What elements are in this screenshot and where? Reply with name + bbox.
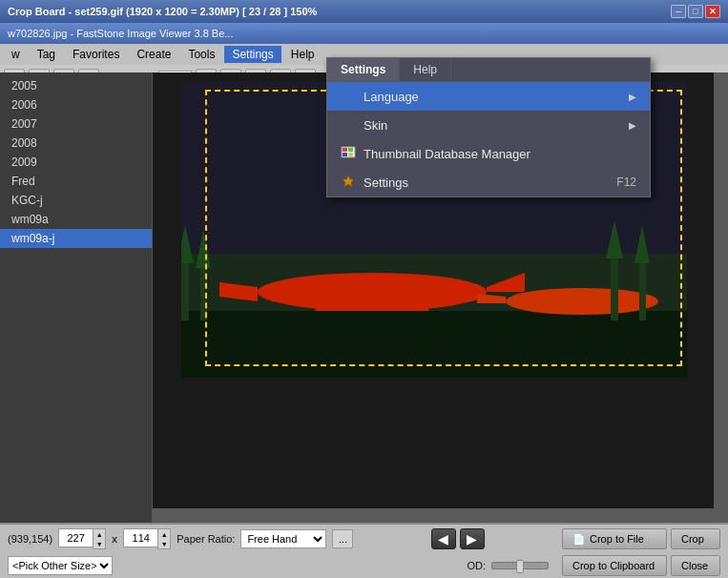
crop-file-icon: 📄 <box>572 533 586 546</box>
bg-app-titlebar: w702826.jpg - FastStone Image Viewer 3.8… <box>0 23 728 44</box>
bg-menu-w[interactable]: w <box>4 46 28 63</box>
paper-ratio-select[interactable]: Free Hand 4:3 16:9 1:1 <box>240 529 326 548</box>
od-slider[interactable] <box>491 562 549 569</box>
folder-list: 2005 2006 2007 2008 2009 Fred KGC-j wm09… <box>0 72 152 252</box>
skin-arrow: ▶ <box>629 120 636 131</box>
image-area: w702826.jpg - FastStone Image Viewer 3.8… <box>0 23 728 523</box>
bg-menu-tools[interactable]: Tools <box>180 46 222 63</box>
prev-image-button[interactable]: ◀ <box>431 528 456 549</box>
crop-to-clipboard-label: Crop to Clipboard <box>572 560 655 571</box>
main-area: w702826.jpg - FastStone Image Viewer 3.8… <box>0 23 728 578</box>
folder-item-2005[interactable]: 2005 <box>0 76 152 95</box>
scrollbar-vertical[interactable] <box>714 72 728 523</box>
close-label: Close <box>681 560 708 571</box>
menu-item-thumbnail-db[interactable]: Thumbnail Database Manager <box>327 139 650 168</box>
more-options-button[interactable]: … <box>332 529 353 548</box>
bg-app-title: w702826.jpg - FastStone Image Viewer 3.8… <box>8 28 233 39</box>
width-spinbox: ▲ ▼ <box>58 528 106 549</box>
bottom-row-2: <Pick Other Size> OD: Crop to Clipboard … <box>0 553 728 578</box>
width-up-arrow[interactable]: ▲ <box>94 529 105 539</box>
height-down-arrow[interactable]: ▼ <box>158 539 170 548</box>
settings-label: Settings <box>364 175 408 190</box>
dropdown-tabs: Settings Help <box>327 58 650 82</box>
skin-label: Skin <box>364 118 387 133</box>
folder-item-wm09a[interactable]: wm09a <box>0 210 152 229</box>
tab-settings[interactable]: Settings <box>327 58 400 81</box>
settings-icon <box>341 175 356 190</box>
width-arrows: ▲ ▼ <box>93 528 106 549</box>
bg-menu-favorites[interactable]: Favorites <box>65 46 127 63</box>
height-spinbox: ▲ ▼ <box>123 528 171 549</box>
folder-item-fred[interactable]: Fred <box>0 172 152 191</box>
minimize-button[interactable]: ─ <box>671 5 686 18</box>
settings-dropdown: Settings Help Language ▶ Skin ▶ <box>326 57 651 197</box>
bottom-controls: (939,154) ▲ ▼ x ▲ ▼ Paper Ratio: Free Ha… <box>0 523 728 578</box>
coordinates-label: (939,154) <box>8 533 52 545</box>
svg-rect-9 <box>181 263 189 320</box>
clipboard-close-buttons: Crop to Clipboard Close <box>562 555 720 576</box>
svg-rect-19 <box>348 148 353 152</box>
height-up-arrow[interactable]: ▲ <box>158 529 170 539</box>
language-arrow: ▶ <box>629 92 636 102</box>
bg-menu-help[interactable]: Help <box>283 46 322 63</box>
language-label: Language <box>364 90 419 104</box>
next-image-button[interactable]: ▶ <box>460 528 485 549</box>
skin-icon <box>341 117 356 133</box>
thumbnail-db-label: Thumbnail Database Manager <box>364 147 530 161</box>
menu-item-skin-left: Skin <box>341 117 387 133</box>
maximize-button[interactable]: □ <box>688 5 703 18</box>
od-section: OD: <box>467 560 549 571</box>
height-input[interactable] <box>123 528 157 547</box>
bottom-row-1: (939,154) ▲ ▼ x ▲ ▼ Paper Ratio: Free Ha… <box>0 525 728 553</box>
folder-item-kgcj[interactable]: KGC-j <box>0 191 152 210</box>
settings-shortcut: F12 <box>616 175 636 189</box>
dimension-separator: x <box>112 533 117 545</box>
thumbnail-db-icon <box>341 146 356 161</box>
close-window-button[interactable]: ✕ <box>705 5 720 18</box>
paper-ratio-label: Paper Ratio: <box>177 533 235 545</box>
width-input[interactable] <box>58 528 93 547</box>
od-slider-thumb <box>516 560 524 573</box>
crop-action-buttons: 📄 Crop to File Crop <box>562 528 720 549</box>
folder-item-wm09aj[interactable]: wm09a-j <box>0 229 152 248</box>
folder-item-2007[interactable]: 2007 <box>0 114 152 134</box>
crop-button[interactable]: Crop <box>671 528 720 549</box>
bg-menu-tag[interactable]: Tag <box>30 46 63 63</box>
close-button[interactable]: Close <box>671 555 720 576</box>
menu-item-settings-left: Settings <box>341 175 408 190</box>
od-label: OD: <box>467 560 486 571</box>
bg-menu-settings[interactable]: Settings <box>224 46 281 63</box>
tab-help[interactable]: Help <box>400 58 451 81</box>
window-controls: ─ □ ✕ <box>671 5 720 18</box>
scrollbar-horizontal[interactable] <box>153 508 714 523</box>
crop-to-clipboard-button[interactable]: Crop to Clipboard <box>562 555 667 576</box>
crop-to-file-label: Crop to File <box>590 533 644 545</box>
svg-marker-22 <box>343 175 354 187</box>
height-arrows: ▲ ▼ <box>157 528 171 549</box>
menu-item-language[interactable]: Language ▶ <box>327 82 650 111</box>
crop-label: Crop <box>681 533 704 545</box>
language-icon <box>341 89 356 104</box>
svg-rect-20 <box>343 153 347 156</box>
menu-item-skin[interactable]: Skin ▶ <box>327 111 650 139</box>
width-down-arrow[interactable]: ▼ <box>94 539 105 548</box>
crop-to-file-button[interactable]: 📄 Crop to File <box>562 528 667 549</box>
folder-item-2006[interactable]: 2006 <box>0 95 152 114</box>
left-panel: 2005 2006 2007 2008 2009 Fred KGC-j wm09… <box>0 72 153 523</box>
svg-rect-18 <box>343 148 347 152</box>
title-bar: Crop Board - set259.gif (1920 x 1200 = 2… <box>0 0 728 23</box>
window-title: Crop Board - set259.gif (1920 x 1200 = 2… <box>8 6 317 17</box>
bg-menu-create[interactable]: Create <box>129 46 178 63</box>
folder-item-2009[interactable]: 2009 <box>0 153 152 172</box>
pick-size-select[interactable]: <Pick Other Size> <box>8 556 113 575</box>
nav-buttons: ◀ ▶ <box>431 528 485 549</box>
folder-item-2008[interactable]: 2008 <box>0 134 152 153</box>
svg-rect-21 <box>348 153 353 156</box>
menu-item-thumbnail-db-left: Thumbnail Database Manager <box>341 146 530 161</box>
menu-item-settings[interactable]: Settings F12 <box>327 168 650 196</box>
menu-item-language-left: Language <box>341 89 419 104</box>
